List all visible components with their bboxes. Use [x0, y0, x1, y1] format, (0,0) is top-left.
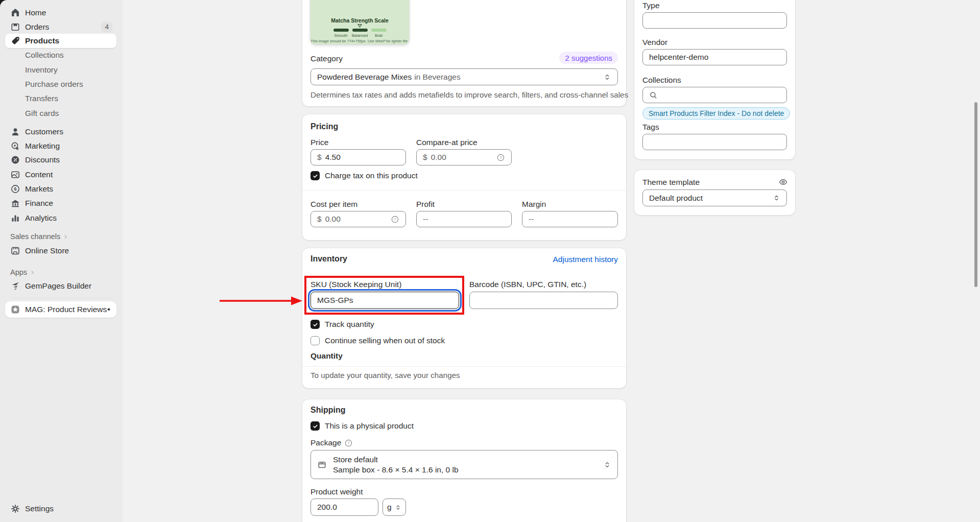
- sidebar-item-label: Marketing: [25, 141, 60, 151]
- adjustment-history-link[interactable]: Adjustment history: [553, 255, 618, 264]
- sidebar-item-label: Gift cards: [25, 109, 59, 118]
- sidebar-item-customers[interactable]: Customers: [5, 125, 116, 139]
- sidebar-item-products[interactable]: Products: [5, 34, 116, 48]
- charge-tax-label[interactable]: Charge tax on this product: [325, 171, 418, 180]
- package-description: Sample box - 8.6 × 5.4 × 1.6 in, 0 lb: [333, 465, 459, 474]
- package-label: Package: [310, 438, 341, 447]
- margin-label: Margin: [522, 200, 546, 209]
- eye-preview-icon[interactable]: [778, 177, 788, 187]
- type-input[interactable]: [642, 12, 787, 29]
- marketing-icon: [10, 141, 20, 151]
- customers-icon: [10, 127, 20, 137]
- weight-unit-select[interactable]: g: [383, 499, 406, 516]
- continue-selling-checkbox-row[interactable]: Continue selling when out of stock: [310, 336, 445, 345]
- price-input[interactable]: $ 4.50: [310, 149, 406, 165]
- sidebar-item-label: Inventory: [25, 65, 58, 75]
- shopify-product-page: Home Orders 4 Products Collections Inven…: [0, 0, 980, 522]
- sidebar-item-inventory[interactable]: Inventory: [5, 63, 116, 77]
- margin-input[interactable]: --: [522, 211, 618, 227]
- quantity-note: To update your quantity, save your chang…: [310, 371, 460, 379]
- sidebar-item-label: Orders: [25, 22, 49, 32]
- cost-per-item-input[interactable]: $ 0.00 ?: [310, 211, 406, 227]
- apps-header[interactable]: Apps: [10, 268, 35, 277]
- profit-input[interactable]: --: [416, 211, 512, 227]
- vendor-input[interactable]: helpcenter-demo: [642, 49, 787, 65]
- orders-count-badge: 4: [101, 22, 112, 32]
- sidebar-item-label: Finance: [25, 199, 53, 208]
- sidebar-item-purchase-orders[interactable]: Purchase orders: [5, 77, 116, 91]
- category-suggestions-badge[interactable]: 2 suggestions: [559, 52, 618, 64]
- svg-text:?: ?: [394, 217, 396, 222]
- currency-prefix: $: [317, 153, 322, 162]
- help-question-icon[interactable]: ?: [391, 215, 399, 224]
- sidebar-item-analytics[interactable]: Analytics: [5, 211, 116, 225]
- sidebar-divider: [10, 298, 112, 298]
- barcode-label: Barcode (ISBN, UPC, GTIN, etc.): [469, 280, 586, 289]
- sidebar-item-online-store[interactable]: Online Store: [5, 244, 116, 258]
- sidebar-item-home[interactable]: Home: [5, 6, 116, 20]
- checkbox-unchecked[interactable]: [310, 336, 320, 345]
- sidebar-item-finance[interactable]: Finance: [5, 196, 116, 210]
- category-helper-text: Determines tax rates and adds metafields…: [310, 90, 628, 99]
- physical-product-checkbox-row[interactable]: This is a physical product: [310, 421, 414, 431]
- thumbnail-note: This image should be 774×756px. Use WebP…: [310, 39, 409, 43]
- shipping-heading: Shipping: [310, 406, 345, 415]
- sidebar-item-label: Collections: [25, 51, 64, 60]
- scrollbar-thumb[interactable]: [974, 102, 977, 287]
- sidebar-item-gempages[interactable]: GemPages Builder: [5, 279, 116, 293]
- sidebar-item-label: Products: [25, 36, 59, 45]
- sidebar-item-settings[interactable]: Settings: [5, 502, 116, 516]
- checkbox-checked[interactable]: [310, 320, 320, 329]
- notification-dot: •: [107, 304, 110, 315]
- sidebar-item-gift-cards[interactable]: Gift cards: [5, 106, 116, 121]
- chevron-right-icon: [63, 234, 68, 240]
- sidebar-item-label: Home: [25, 8, 46, 17]
- sidebar-item-label: Analytics: [25, 213, 57, 223]
- track-quantity-label[interactable]: Track quantity: [325, 320, 374, 329]
- sku-input[interactable]: MGS-GPs: [310, 292, 459, 309]
- sidebar-item-label: Purchase orders: [25, 80, 83, 89]
- sidebar-item-marketing[interactable]: Marketing: [5, 139, 116, 153]
- tags-input[interactable]: [642, 134, 787, 150]
- pricing-heading: Pricing: [310, 122, 338, 131]
- sidebar-item-content[interactable]: Content: [5, 168, 116, 182]
- online-store-icon: [10, 246, 20, 256]
- compare-at-price-input[interactable]: $ 0.00 ?: [416, 149, 512, 165]
- sidebar-item-mag-reviews[interactable]: MAG: Product Reviews •: [5, 301, 116, 318]
- sales-channels-header[interactable]: Sales channels: [10, 232, 68, 241]
- sidebar-item-discounts[interactable]: Discounts: [5, 153, 116, 167]
- package-select[interactable]: Store default Sample box - 8.6 × 5.4 × 1…: [310, 450, 618, 479]
- orders-icon: [10, 22, 20, 32]
- finance-bank-icon: [10, 198, 20, 208]
- barcode-input[interactable]: [469, 292, 618, 309]
- checkbox-checked[interactable]: [310, 171, 320, 180]
- sidebar-item-label: MAG: Product Reviews: [25, 305, 107, 314]
- sidebar-item-transfers[interactable]: Transfers: [5, 91, 116, 106]
- continue-selling-label[interactable]: Continue selling when out of stock: [325, 336, 445, 345]
- product-weight-label: Product weight: [310, 487, 363, 496]
- products-tag-icon: [10, 36, 20, 46]
- category-select[interactable]: Powdered Beverage Mixes in Beverages: [310, 68, 618, 85]
- product-thumbnail[interactable]: Matcha Strength Scale Smooth Balanced Bo…: [310, 0, 409, 44]
- collections-search-input[interactable]: [642, 87, 787, 103]
- inventory-card: Inventory Adjustment history SKU (Stock …: [302, 248, 626, 388]
- help-question-icon[interactable]: ?: [496, 153, 505, 162]
- sidebar-item-markets[interactable]: $ Markets: [5, 182, 116, 196]
- quantity-heading: Quantity: [310, 351, 343, 361]
- sidebar-item-collections[interactable]: Collections: [5, 48, 116, 62]
- physical-product-label[interactable]: This is a physical product: [325, 421, 414, 431]
- category-label: Category: [310, 54, 343, 63]
- collection-tag-chip[interactable]: Smart Products Filter Index - Do not del…: [642, 107, 790, 120]
- mag-star-icon: [10, 304, 20, 315]
- product-weight-input[interactable]: 200.0: [310, 499, 378, 516]
- theme-template-select[interactable]: Default product: [642, 189, 787, 206]
- checkbox-checked[interactable]: [310, 421, 320, 431]
- currency-prefix: $: [423, 153, 427, 162]
- track-quantity-checkbox-row[interactable]: Track quantity: [310, 320, 374, 329]
- sidebar-item-orders[interactable]: Orders 4: [5, 20, 116, 34]
- charge-tax-checkbox-row[interactable]: Charge tax on this product: [310, 171, 418, 180]
- sidebar-item-label: Transfers: [25, 94, 58, 103]
- help-question-icon[interactable]: ?: [344, 439, 353, 447]
- select-updown-icon: [603, 461, 611, 469]
- package-box-icon: [317, 460, 327, 469]
